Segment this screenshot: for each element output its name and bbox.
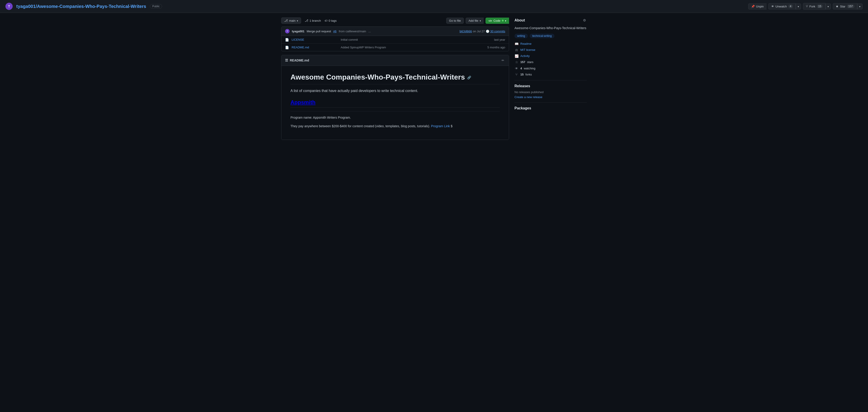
branch-icon [284,19,288,22]
unpin-group: Unpin [748,3,767,9]
about-repo-description: Awesome-Companies-Who-Pays-Technical-Wri… [515,26,587,31]
from-text: from cailliewest/main [339,30,366,33]
unwatch-button[interactable]: Unwatch 4 [768,3,796,9]
watch-count: 4 [788,4,793,8]
branch-bar-links: 1 branch 0 tags [305,19,337,22]
activity-icon [515,54,519,58]
file-time: 5 months ago [483,46,505,49]
chevron-down-icon [480,19,481,22]
committer-username[interactable]: tyaga001 [292,30,305,33]
watching-count: 4 [520,67,522,70]
readme-link[interactable]: Readme [520,42,531,45]
commit-count-link[interactable]: 30 commits [490,30,505,33]
scale-icon [515,48,519,52]
table-row: LICENSE Initial commit last year [281,36,509,43]
file-commit-msg: Added SpinupWP Writers Program [341,46,480,49]
appsmith-link[interactable]: Appsmith [290,99,315,105]
star-icon [515,60,519,64]
file-icon [285,45,289,49]
file-name-link[interactable]: README.md [291,46,338,49]
commit-bar: T tyaga001 Merge pull request #6 from ca… [281,27,509,36]
readme-stat: Readme [515,42,587,46]
file-name-link[interactable]: LICENSE [291,38,338,41]
create-release-link[interactable]: Create a new release [515,95,542,99]
link-icon [467,74,471,80]
sidebar-stats: Readme MIT license Activity 157 stars 4 … [515,42,587,76]
readme-edit-button[interactable] [501,57,505,63]
releases-section: Releases No releases published Create a … [515,84,587,99]
gear-icon [583,18,586,22]
top-bar: T tyaga001/Awesome-Companies-Who-Pays-Te… [0,0,868,13]
readme-header-title: README.md [285,58,309,62]
license-link[interactable]: MIT license [520,48,535,52]
branch-bar: main 1 branch 0 tags Go to file [281,18,509,24]
readme-header: README.md [281,55,509,66]
program-link[interactable]: Program Link [431,124,450,128]
list-icon [285,58,288,62]
commit-hash-link[interactable]: b63d666 [460,30,472,33]
pr-link[interactable]: #6 [333,30,336,33]
license-stat: MIT license [515,48,587,52]
code-group: Code [486,18,509,24]
repo-title: tyaga001/Awesome-Companies-Who-Pays-Tech… [16,4,146,9]
star-button[interactable]: Star 157 [833,3,857,9]
forks-count: 15 [520,73,524,76]
readme-pay-info: They pay anywhere between $200-$400 for … [290,124,500,129]
topic-badge-writing[interactable]: writing [515,34,528,38]
unwatch-group: Unwatch 4 [768,3,801,9]
repo-name-link[interactable]: Awesome-Companies-Who-Pays-Technical-Wri… [37,4,146,9]
topic-badge-technical-writing[interactable]: technical-writing [530,34,555,38]
branch-selector[interactable]: main [281,18,301,24]
forks-label: forks [525,73,532,76]
fork-icon [515,72,519,76]
activity-link[interactable]: Activity [520,54,530,58]
fork-button[interactable]: Fork 15 [803,3,826,10]
add-file-button[interactable]: Add file [466,18,484,24]
top-bar-actions: Unpin Unwatch 4 Fork 15 [748,3,863,10]
sidebar-divider-2 [515,102,587,103]
stars-label: stars [527,60,533,64]
branches-link[interactable]: 1 branch [305,19,321,22]
fork-icon [806,4,808,8]
tags-link[interactable]: 0 tags [324,19,337,22]
code-button[interactable]: Code [486,18,509,24]
star-icon [836,4,839,8]
readme-content: Awesome Companies-Who-Pays-Technical-Wri… [281,66,509,140]
forks-stat: 15 forks [515,72,587,76]
commit-date: on Jul 27 [473,30,485,33]
packages-title: Packages [515,106,587,110]
sidebar: About Awesome-Companies-Who-Pays-Technic… [515,18,587,140]
activity-stat: Activity [515,54,587,58]
online-dot [502,20,504,22]
star-count: 157 [847,4,855,8]
main-layout: main 1 branch 0 tags Go to file [276,13,592,145]
star-group: Star 157 [833,3,863,9]
add-file-group: Add file [466,18,484,24]
committer-avatar: T [285,29,289,33]
stars-count: 157 [520,60,525,64]
file-commit-msg: Initial commit [341,38,480,41]
star-dropdown[interactable] [857,3,863,9]
commit-time: b63d666 on Jul 27 30 commits [460,30,505,33]
branch-icon [305,19,308,22]
fork-group: Fork 15 [803,3,831,10]
unwatch-dropdown[interactable] [796,3,801,9]
unpin-button[interactable]: Unpin [748,3,767,9]
chevron-down-icon [505,19,506,22]
pencil-icon [502,58,504,62]
fork-dropdown[interactable] [826,3,831,9]
go-to-file-button[interactable]: Go to file [446,18,464,24]
fork-count: 15 [817,4,823,8]
ellipsis: ... [368,30,371,33]
about-settings-button[interactable] [582,18,587,23]
code-icon [489,19,492,22]
releases-empty: No releases published [515,90,587,94]
about-header: About [515,18,587,23]
readme-heading: Awesome Companies-Who-Pays-Technical-Wri… [290,73,500,84]
file-icon [285,38,289,41]
commit-message: Merge pull request [307,30,331,33]
stars-stat: 157 stars [515,60,587,64]
watch-icon [515,66,519,70]
repo-owner-link[interactable]: tyaga001 [16,4,36,9]
releases-title: Releases [515,84,587,88]
